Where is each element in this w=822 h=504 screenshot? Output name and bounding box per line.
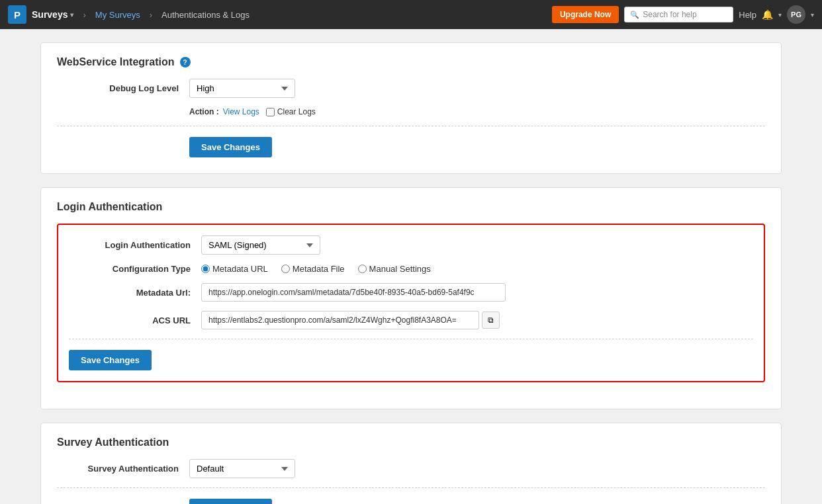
navbar: P Surveys ▾ › My Surveys › Authenticatio… [0,0,822,29]
breadcrumb-separator-2: › [150,10,152,20]
webservice-section-title: WebService Integration ? [57,56,765,68]
surveys-dropdown-arrow[interactable]: ▾ [70,11,73,19]
clear-logs-label[interactable]: Clear Logs [277,107,316,116]
survey-auth-divider [57,487,765,488]
debug-log-select[interactable]: Low Medium High [189,79,295,98]
acs-url-wrap: ⧉ [201,311,753,329]
search-placeholder-text: Search for help [643,10,696,19]
app-name-label: Surveys [32,9,68,20]
webservice-help-icon[interactable]: ? [180,57,191,67]
radio-manual-settings-input[interactable] [358,265,367,273]
radio-metadata-url-input[interactable] [201,265,210,273]
action-row: Action : View Logs Clear Logs [189,107,765,116]
search-box[interactable]: 🔍 Search for help [624,7,733,22]
action-label: Action : [189,107,219,116]
webservice-divider [57,126,765,126]
survey-auth-select[interactable]: Default Password Custom [189,459,295,478]
breadcrumb-separator: › [83,10,85,20]
survey-auth-label: Survey Authentication [57,464,189,474]
metadata-url-label: Metadata Url: [69,288,201,298]
debug-log-row: Debug Log Level Low Medium High [57,79,765,98]
login-auth-highlighted-box: Login Authentication None SAML (Signed) … [57,224,765,382]
notifications-arrow[interactable]: ▾ [778,11,782,19]
notifications-icon[interactable]: 🔔 [762,9,773,20]
view-logs-link[interactable]: View Logs [223,107,259,116]
config-type-label: Configuration Type [69,264,201,274]
acs-url-input[interactable] [201,311,479,329]
search-icon: 🔍 [630,11,639,19]
my-surveys-link[interactable]: My Surveys [95,10,140,20]
metadata-url-row: Metadata Url: [69,283,753,302]
survey-auth-row: Survey Authentication Default Password C… [57,459,765,478]
copy-acs-url-button[interactable]: ⧉ [482,312,500,329]
login-auth-label: Login Authentication [69,240,201,250]
radio-manual-settings[interactable]: Manual Settings [358,264,431,274]
acs-url-row: ACS URL ⧉ [69,311,753,329]
login-auth-section-title: Login Authentication [57,201,765,213]
login-auth-select[interactable]: None SAML (Signed) SAML (Unsigned) [201,235,320,255]
login-auth-type-row: Login Authentication None SAML (Signed) … [69,235,753,255]
radio-metadata-url[interactable]: Metadata URL [201,264,268,274]
radio-metadata-file[interactable]: Metadata File [281,264,345,274]
metadata-url-input[interactable] [201,283,506,302]
app-logo: P [8,5,26,24]
user-menu-arrow[interactable]: ▾ [811,11,814,19]
acs-url-label: ACS URL [69,315,201,325]
clear-logs-checkbox[interactable] [266,108,275,116]
survey-auth-save-button[interactable]: Save Changes [189,499,272,504]
login-auth-divider [69,339,753,339]
debug-log-label: Debug Log Level [57,83,189,93]
page-title-breadcrumb: Authentications & Logs [161,10,250,20]
config-type-radio-group: Metadata URL Metadata File Manual Settin… [201,264,753,274]
webservice-section: WebService Integration ? Debug Log Level… [40,42,782,174]
survey-auth-section-title: Survey Authentication [57,437,765,448]
upgrade-button[interactable]: Upgrade Now [552,6,619,23]
login-auth-section: Login Authentication Login Authenticatio… [40,187,782,409]
main-content: WebService Integration ? Debug Log Level… [21,29,801,504]
surveys-menu[interactable]: Surveys ▾ [32,9,73,20]
help-link[interactable]: Help [739,10,756,20]
webservice-save-button[interactable]: Save Changes [189,137,272,157]
survey-auth-section: Survey Authentication Survey Authenticat… [40,423,782,504]
login-auth-save-button[interactable]: Save Changes [69,350,152,370]
config-type-row: Configuration Type Metadata URL Metadata… [69,264,753,274]
radio-metadata-file-input[interactable] [281,265,290,273]
user-avatar[interactable]: PG [787,5,805,24]
